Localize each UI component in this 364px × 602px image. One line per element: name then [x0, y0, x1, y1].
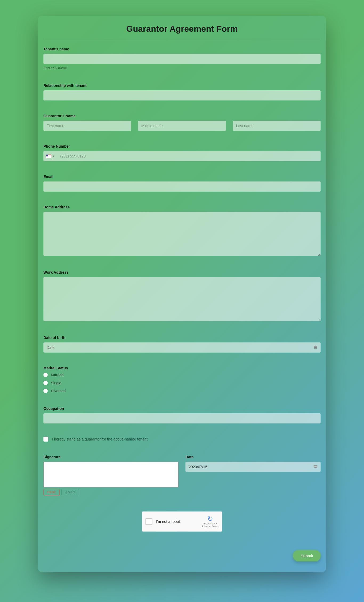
email-label: Email [43, 175, 321, 179]
home-address-group: Home Address [43, 205, 321, 257]
signature-pad[interactable] [43, 462, 179, 487]
dob-group: Date of birth [43, 336, 321, 353]
radio-icon [43, 381, 48, 385]
occupation-group: Occupation [43, 406, 321, 423]
recaptcha[interactable]: I'm not a robot ↻ reCAPTCHA Privacy - Te… [142, 511, 222, 532]
radio-label: Single [51, 381, 61, 385]
chevron-down-icon: ▼ [52, 155, 55, 157]
signature-date-row: Signature Reset Accept Date [43, 455, 321, 495]
date-signed-col: Date [185, 455, 321, 495]
calendar-icon [314, 346, 317, 349]
marital-option-married[interactable]: Married [43, 373, 321, 377]
signature-label: Signature [43, 455, 179, 459]
submit-row: Submit [43, 550, 321, 561]
work-address-label: Work Address [43, 270, 321, 274]
country-selector[interactable]: ▼ [43, 151, 58, 161]
consent-label: I hereby stand as a guarantor for the ab… [52, 437, 148, 441]
checkbox-icon [43, 437, 48, 442]
radio-icon [43, 373, 48, 377]
marital-list: Married Single Divorced [43, 373, 321, 393]
relationship-input[interactable] [43, 90, 321, 100]
marital-group: Marital Status Married Single Divorced [43, 366, 321, 393]
date-signed-label: Date [185, 455, 321, 459]
signature-btns: Reset Accept [43, 489, 179, 495]
tenant-name-input[interactable] [43, 54, 321, 64]
email-input[interactable] [43, 181, 321, 192]
relationship-group: Relationship with tenant [43, 83, 321, 100]
first-name-input[interactable] [43, 121, 131, 131]
dob-label: Date of birth [43, 336, 321, 340]
radio-label: Married [51, 373, 63, 377]
work-address-group: Work Address [43, 270, 321, 322]
phone-input[interactable] [58, 151, 321, 161]
recaptcha-checkbox [145, 518, 152, 525]
page-title: Guarantor Agreement Form [43, 24, 321, 39]
dob-input[interactable] [43, 342, 321, 353]
recaptcha-brand: reCAPTCHA [204, 522, 217, 525]
radio-icon [43, 389, 48, 393]
radio-label: Divorced [51, 389, 66, 393]
home-address-label: Home Address [43, 205, 321, 209]
submit-button[interactable]: Submit [293, 550, 321, 561]
recaptcha-label: I'm not a robot [156, 519, 202, 524]
phone-label: Phone Number [43, 144, 321, 148]
dob-wrap [43, 342, 321, 353]
phone-group: Phone Number ▼ [43, 144, 321, 161]
work-address-input[interactable] [43, 277, 321, 321]
signature-accept-button[interactable]: Accept [61, 489, 79, 495]
recaptcha-icon: ↻ [202, 515, 219, 522]
relationship-label: Relationship with tenant [43, 83, 321, 88]
guarantor-name-label: Guarantor's Name [43, 114, 321, 118]
us-flag-icon [46, 155, 51, 158]
date-signed-input[interactable] [185, 462, 321, 472]
email-group: Email [43, 175, 321, 192]
tenant-name-label: Tenant's name [43, 47, 321, 51]
marital-option-divorced[interactable]: Divorced [43, 389, 321, 393]
recaptcha-legal: Privacy - Terms [202, 525, 219, 528]
occupation-label: Occupation [43, 406, 321, 411]
signature-col: Signature Reset Accept [43, 455, 179, 495]
last-name-input[interactable] [233, 121, 321, 131]
date-signed-wrap [185, 462, 321, 472]
recaptcha-logo: ↻ reCAPTCHA Privacy - Terms [202, 515, 219, 528]
middle-name-input[interactable] [138, 121, 226, 131]
home-address-input[interactable] [43, 212, 321, 256]
consent-row[interactable]: I hereby stand as a guarantor for the ab… [43, 437, 321, 442]
tenant-name-group: Tenant's name Enter full name [43, 47, 321, 70]
signature-reset-button[interactable]: Reset [43, 489, 60, 495]
name-row [43, 121, 321, 131]
calendar-icon [314, 465, 317, 469]
tenant-name-helper: Enter full name [43, 66, 321, 70]
phone-wrap: ▼ [43, 151, 321, 161]
guarantor-name-group: Guarantor's Name [43, 114, 321, 131]
form-card: Guarantor Agreement Form Tenant's name E… [38, 16, 326, 572]
marital-option-single[interactable]: Single [43, 381, 321, 385]
marital-label: Marital Status [43, 366, 321, 370]
occupation-input[interactable] [43, 413, 321, 423]
